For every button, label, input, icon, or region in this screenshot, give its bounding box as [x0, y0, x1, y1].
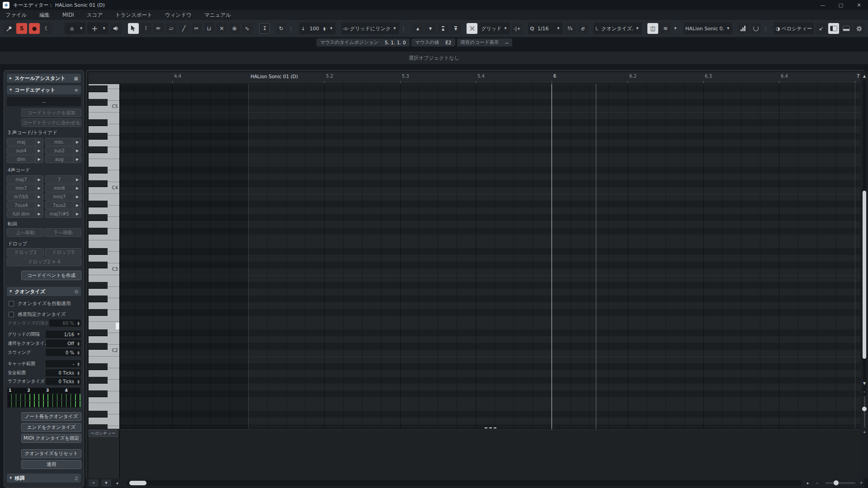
- menu-item-3[interactable]: スコア: [87, 12, 103, 19]
- nudge-down-icon[interactable]: ▼: [425, 23, 436, 34]
- black-key[interactable]: [89, 262, 108, 268]
- autoscroll-icon[interactable]: ↧: [259, 23, 270, 34]
- field-value[interactable]: 1/16: [46, 332, 76, 337]
- chord-button-7[interactable]: 7▶: [45, 175, 82, 183]
- velocity-lane-tab[interactable]: ベロシティー: [89, 430, 118, 437]
- field-value[interactable]: 60 %: [49, 321, 76, 326]
- piano-keyboard[interactable]: C5C4C3C2: [89, 84, 120, 429]
- minimize-button[interactable]: —: [814, 0, 832, 10]
- chord-button-aug[interactable]: aug▶: [45, 155, 82, 163]
- quantize-action-button[interactable]: MIDI クオンタイズを固定: [21, 434, 81, 443]
- chord-button-7sus2[interactable]: 7sus2▶: [45, 201, 82, 209]
- event-colors-group[interactable]: ◑ ベロシティー: [774, 23, 814, 34]
- field-value[interactable]: 0 Ticks: [46, 371, 76, 375]
- section-scale-assistant[interactable]: ▶ スケールアシスタント ▦: [7, 74, 81, 83]
- hzoom-out-icon[interactable]: –: [814, 479, 820, 487]
- length-quantize-value[interactable]: クオンタイズ.: [599, 25, 633, 32]
- quantize-action-button[interactable]: 適用: [21, 460, 81, 469]
- field-value[interactable]: 0 %: [46, 350, 76, 355]
- hzoom-in-icon[interactable]: ＋: [858, 479, 864, 487]
- scroll-down-icon[interactable]: ▼: [862, 380, 867, 386]
- erase-tool[interactable]: ▱: [166, 23, 177, 34]
- chevron-down-icon[interactable]: ▼: [673, 27, 678, 30]
- chord-button-min7[interactable]: min7▶: [7, 184, 43, 192]
- context-menu-dots[interactable]: ⋮: [763, 26, 769, 31]
- piano-grid-icon[interactable]: ▦: [74, 76, 78, 81]
- glue-tool[interactable]: ⊔: [204, 23, 215, 34]
- left-zone-icon[interactable]: [828, 23, 839, 34]
- black-key[interactable]: [89, 201, 108, 207]
- step-input-icon[interactable]: [738, 23, 749, 34]
- edit-active-part-icon[interactable]: ◫: [647, 23, 658, 34]
- horizontal-scrollbar[interactable]: [127, 480, 802, 486]
- chord-sub-arrow-icon[interactable]: ▶: [35, 147, 43, 154]
- audition-speaker-icon[interactable]: [110, 23, 121, 34]
- chord-button-maj7[interactable]: maj7▶: [7, 175, 43, 183]
- chord-sub-arrow-icon[interactable]: ▶: [35, 210, 43, 217]
- chevron-down-icon[interactable]: ▼: [556, 27, 561, 30]
- vertical-scroll-thumb[interactable]: [863, 191, 866, 359]
- field-value-box[interactable]: 0 Ticks▲▼: [46, 378, 81, 385]
- section-chord-edit[interactable]: ▼ コードエディット ≡: [7, 85, 81, 94]
- field-value-box[interactable]: 60 %▲▼: [49, 319, 81, 327]
- field-value[interactable]: 0 Ticks: [46, 379, 76, 384]
- trim-tool[interactable]: ⊺: [141, 23, 151, 34]
- black-key[interactable]: [89, 282, 108, 289]
- event-colors-value[interactable]: ベロシティー: [782, 25, 812, 32]
- chord-sub-arrow-icon[interactable]: ▶: [73, 155, 81, 163]
- quantize-action-button[interactable]: エンドをクオンタイズ: [21, 423, 81, 432]
- split-tool[interactable]: ✂: [191, 23, 202, 34]
- loop-icon[interactable]: ↻: [276, 23, 287, 34]
- black-key[interactable]: [89, 99, 108, 106]
- black-key[interactable]: [89, 363, 108, 370]
- velocity-lane-divider[interactable]: [89, 429, 861, 430]
- chevron-down-icon[interactable]: ▼: [635, 27, 640, 30]
- chord-button-min[interactable]: min.▶: [45, 138, 82, 146]
- chord-sub-arrow-icon[interactable]: ▶: [35, 176, 43, 183]
- select-controllers-icon[interactable]: [89, 23, 100, 34]
- chevron-down-icon[interactable]: ▼: [79, 27, 84, 30]
- open-in-lower-zone-icon[interactable]: ↙: [816, 23, 826, 34]
- stepper-icon[interactable]: ▲▼: [76, 350, 81, 355]
- chevron-down-icon[interactable]: ▼: [392, 27, 397, 30]
- info-field-value[interactable]: --: [505, 40, 509, 45]
- stepper-icon[interactable]: ▲▼: [76, 341, 81, 346]
- chord-button-maj75[interactable]: maj7/#5▶: [45, 210, 82, 218]
- acoustic-feedback-icon[interactable]: ☾: [42, 23, 52, 34]
- snap-relative-icon[interactable]: -|+: [512, 23, 523, 34]
- stepper-icon[interactable]: ▲▼: [76, 379, 81, 384]
- black-key[interactable]: [89, 146, 108, 153]
- add-controller-lane-button[interactable]: ＋: [89, 479, 99, 487]
- vzoom-out-icon[interactable]: –: [862, 389, 867, 394]
- chord-button-maj[interactable]: maj▶: [7, 138, 43, 146]
- chord-sub-arrow-icon[interactable]: ▶: [73, 210, 81, 217]
- hamburger-menu-icon[interactable]: ≡: [75, 88, 78, 93]
- nudge-up-icon[interactable]: ▲: [412, 23, 423, 34]
- chord-button-m7b5[interactable]: m7/b5▶: [7, 192, 43, 201]
- field-value[interactable]: Off: [46, 341, 76, 346]
- chevron-down-icon[interactable]: ▼: [503, 27, 508, 30]
- chord-button-fulldim[interactable]: full dim▶: [7, 210, 43, 218]
- checkbox[interactable]: [9, 312, 14, 317]
- context-menu-dots[interactable]: ⋮: [401, 26, 407, 31]
- black-key[interactable]: [89, 329, 108, 336]
- chevron-down-icon[interactable]: ▼: [327, 27, 334, 30]
- insert-velocity-value[interactable]: 100: [307, 26, 322, 32]
- field-value[interactable]: -: [46, 361, 76, 366]
- field-value-box[interactable]: 0 Ticks▲▼: [46, 369, 81, 376]
- menu-item-1[interactable]: 編集: [39, 12, 50, 19]
- field-value-box[interactable]: Off▲▼: [46, 340, 81, 347]
- part-select-group[interactable]: HALion Sonic 0. ▼: [684, 23, 732, 34]
- lower-zone-icon[interactable]: [841, 23, 852, 34]
- info-field-value[interactable]: 5. 1. 1. 0: [385, 40, 406, 45]
- chord-sub-arrow-icon[interactable]: ▶: [35, 138, 43, 145]
- black-key[interactable]: [89, 296, 108, 302]
- chord-button-minj7[interactable]: minj7▶: [45, 192, 82, 201]
- snap-type-group[interactable]: グリッド ▼: [479, 23, 509, 34]
- drop-button[interactable]: ドロップ3: [45, 248, 82, 257]
- drop-button[interactable]: ドロップ2: [7, 248, 44, 257]
- vzoom-thumb[interactable]: [862, 407, 867, 411]
- black-key[interactable]: [89, 214, 108, 221]
- magnifier-icon[interactable]: ⊙: [75, 289, 78, 294]
- solo-button[interactable]: S: [16, 23, 27, 34]
